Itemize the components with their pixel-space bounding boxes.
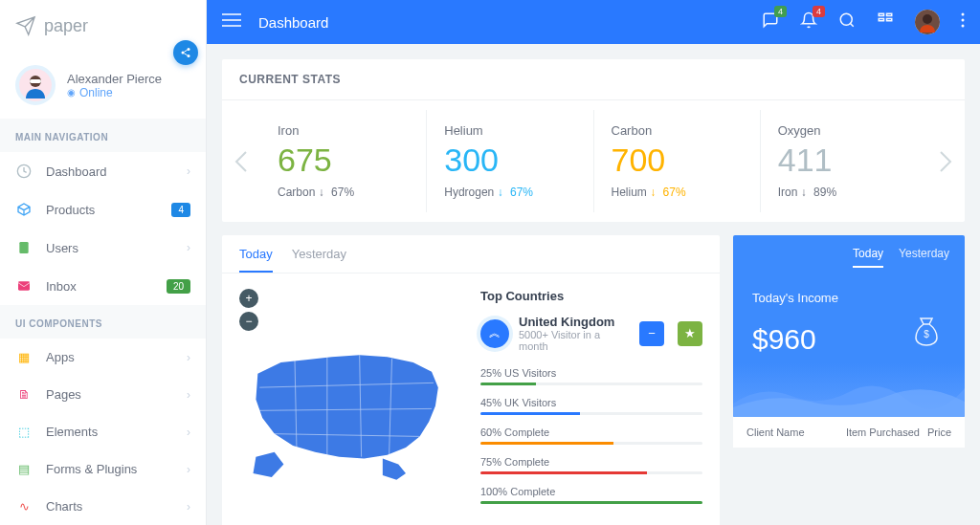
chevron-right-icon: › — [187, 164, 190, 178]
brand-logo[interactable]: paper — [0, 0, 206, 52]
stats-prev[interactable] — [222, 148, 260, 175]
zoom-in[interactable]: + — [239, 289, 258, 308]
svg-point-19 — [962, 13, 965, 16]
stat-value: 300 — [444, 143, 575, 176]
more-button[interactable] — [961, 12, 965, 32]
sidebar-item-dashboard[interactable]: Dashboard› — [0, 152, 206, 190]
sidebar-item-inbox[interactable]: Inbox20 — [0, 267, 206, 305]
box-icon — [15, 202, 33, 217]
sidebar-item-forms-plugins[interactable]: ▤Forms & Plugins› — [0, 450, 206, 488]
stat-title: Iron — [278, 123, 409, 138]
more-icon — [961, 12, 965, 28]
sidebar-item-apps[interactable]: ▦Apps› — [0, 339, 206, 376]
svg-point-2 — [188, 55, 190, 57]
chevron-left-icon — [233, 148, 250, 175]
nav-icon: ▤ — [15, 462, 33, 476]
chevron-right-icon: › — [187, 351, 190, 364]
progress-item: 45% UK Visitors — [480, 397, 702, 415]
apps-button[interactable] — [877, 11, 894, 33]
nav-label: Products — [46, 203, 95, 217]
notifications-button[interactable]: 4 — [800, 11, 817, 33]
map-panel: Today Yesterday + − — [222, 235, 720, 525]
progress-label: 45% UK Visitors — [480, 397, 702, 408]
sidebar-item-products[interactable]: Products4 — [0, 190, 206, 229]
featured-country-name: United Kingdom — [519, 315, 630, 329]
nav-label: Users — [46, 241, 78, 255]
user-avatar — [15, 65, 56, 105]
chevron-right-icon: › — [187, 388, 190, 402]
sidebar-item-elements[interactable]: ⬚Elements› — [0, 413, 206, 450]
envelope-icon — [15, 278, 33, 294]
money-bag-icon: $ — [907, 311, 946, 349]
chevron-right-icon — [937, 148, 954, 175]
zoom-out[interactable]: − — [239, 312, 258, 331]
stat-title: Carbon — [612, 123, 743, 138]
nav-label: Apps — [46, 350, 75, 364]
paper-plane-icon — [15, 15, 36, 36]
progress-label: 100% Complete — [480, 486, 702, 497]
income-tab-yesterday[interactable]: Yesterday — [899, 247, 949, 268]
stat-helium: Helium300Hydrogen ↓ 67% — [427, 110, 593, 212]
svg-rect-15 — [879, 19, 883, 21]
tab-yesterday[interactable]: Yesterday — [292, 247, 346, 273]
menu-toggle[interactable] — [222, 13, 241, 31]
col-client: Client Name — [746, 427, 838, 438]
svg-point-11 — [840, 13, 852, 25]
sidebar: paper Alexander Pierce Online MAIN NAVIG… — [0, 0, 207, 525]
income-tab-today[interactable]: Today — [853, 247, 883, 268]
share-icon — [180, 47, 191, 58]
user-icon — [15, 240, 33, 255]
nav-label: Inbox — [46, 279, 77, 294]
tab-today[interactable]: Today — [239, 247, 273, 273]
svg-point-21 — [962, 25, 965, 28]
search-icon — [838, 11, 856, 29]
progress-label: 25% US Visitors — [480, 367, 702, 379]
nav-icon: ⬚ — [15, 425, 33, 439]
profile-avatar[interactable] — [915, 10, 940, 34]
page-title: Dashboard — [258, 14, 328, 31]
progress-item: 60% Complete — [480, 427, 702, 445]
profile-icon — [915, 10, 940, 34]
sidebar-item-pages[interactable]: 🗎Pages› — [0, 376, 206, 413]
nav-badge: 20 — [167, 279, 190, 294]
share-button[interactable] — [173, 40, 198, 65]
svg-point-18 — [923, 14, 932, 24]
stat-value: 675 — [278, 143, 409, 176]
progress-bar — [480, 412, 702, 415]
scroll-up-icon[interactable]: ︽ — [480, 319, 509, 348]
chevron-right-icon: › — [187, 500, 190, 514]
topbar: Dashboard 4 4 — [207, 0, 980, 44]
stat-sub: Carbon ↓ 67% — [278, 186, 409, 199]
country-action-2[interactable]: ★ — [678, 321, 702, 346]
chevron-right-icon: › — [187, 426, 190, 439]
stat-title: Oxygen — [778, 123, 909, 138]
clients-table: Client Name Item Purchased Price — [733, 417, 965, 448]
chevron-right-icon: › — [187, 241, 190, 254]
stat-oxygen: Oxygen411Iron ↓ 89% — [761, 110, 926, 212]
progress-bar — [480, 471, 702, 474]
nav-header-ui: UI COMPONENTS — [0, 305, 206, 339]
stats-next[interactable] — [926, 148, 965, 175]
stat-sub: Helium ↓ 67% — [612, 186, 743, 199]
brand-text: paper — [44, 16, 88, 36]
stat-sub: Hydrogen ↓ 67% — [444, 186, 575, 199]
user-status: Online — [67, 86, 162, 99]
svg-point-0 — [188, 48, 190, 51]
search-button[interactable] — [838, 11, 856, 33]
nav-label: Forms & Plugins — [46, 462, 137, 476]
sidebar-item-charts[interactable]: ∿Charts› — [0, 488, 206, 525]
apps-icon — [877, 11, 894, 29]
messages-button[interactable]: 4 — [762, 11, 779, 33]
stat-title: Helium — [444, 123, 575, 138]
nav-label: Dashboard — [46, 164, 107, 179]
user-panel[interactable]: Alexander Pierce Online — [0, 52, 206, 119]
svg-rect-5 — [30, 79, 41, 83]
svg-rect-13 — [879, 13, 883, 15]
sidebar-item-users[interactable]: Users› — [0, 229, 206, 267]
progress-item: 75% Complete — [480, 456, 702, 474]
usa-map[interactable] — [239, 337, 461, 485]
svg-rect-14 — [887, 13, 892, 15]
stat-carbon: Carbon700Helium ↓ 67% — [594, 110, 761, 212]
nav-badge: 4 — [171, 203, 190, 217]
country-action-1[interactable]: − — [639, 321, 664, 346]
